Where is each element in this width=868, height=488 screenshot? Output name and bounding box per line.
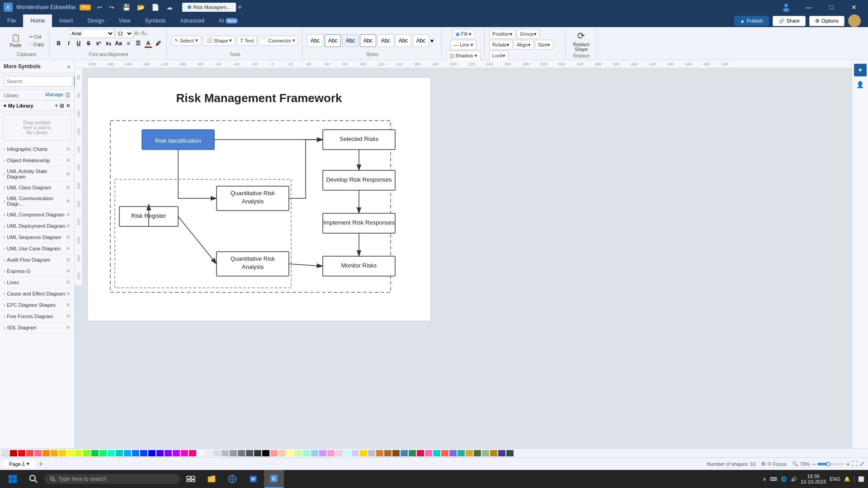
position-btn[interactable]: Position▾ [489, 29, 516, 39]
cat-epc[interactable]: ›EPC Diagram Shapes ✕ [0, 300, 74, 311]
redo-btn[interactable]: ↪ [106, 2, 117, 13]
font-decrease-btn[interactable]: A↓ [142, 30, 148, 37]
color-swatch-mint[interactable] [303, 450, 310, 456]
tab-home[interactable]: Home [23, 14, 52, 27]
bold-btn[interactable]: B [54, 39, 63, 48]
close-btn[interactable]: ✕ [844, 0, 864, 14]
cat-cause-effect-close[interactable]: ✕ [66, 291, 71, 297]
collapse-panel-btn[interactable]: « [67, 63, 71, 70]
tray-up-arrow[interactable]: ∧ [763, 476, 766, 482]
tab-advanced[interactable]: Advanced [173, 14, 212, 27]
superscript-btn[interactable]: x² [94, 39, 103, 48]
undo-btn[interactable]: ↩ [94, 2, 105, 13]
cat-infographic-close[interactable]: ✕ [66, 146, 71, 152]
my-library-add-btn[interactable]: + [55, 103, 58, 109]
tab-view[interactable]: View [112, 14, 138, 27]
color-swatch-lime1[interactable] [75, 450, 82, 456]
maximize-btn[interactable]: □ [821, 0, 842, 14]
line-btn[interactable]: — Line ▾ [450, 40, 476, 50]
color-swatch-crimson[interactable] [417, 450, 424, 456]
my-library-grid-btn[interactable]: ⊞ [60, 103, 64, 109]
user-avatar[interactable] [848, 14, 861, 27]
taskbar-browser[interactable] [222, 470, 242, 488]
color-swatch-aqua[interactable] [344, 450, 351, 456]
taskbar-file-explorer[interactable] [202, 470, 222, 488]
color-swatch-orange2[interactable] [51, 450, 58, 456]
color-swatch-teal2[interactable] [116, 450, 123, 456]
rotate-btn[interactable]: Rotate▾ [489, 40, 513, 50]
manage-btn[interactable]: Manage [45, 92, 63, 99]
color-swatch-dk-slate[interactable] [498, 450, 505, 456]
taskbar-word[interactable]: W [243, 470, 263, 488]
cat-uml-activity-close[interactable]: ✕ [66, 171, 71, 177]
color-swatch-teal1[interactable] [108, 450, 115, 456]
color-swatch-sea-green[interactable] [409, 450, 416, 456]
color-swatch-goldenrod[interactable] [466, 450, 473, 456]
paste-btn[interactable]: 📋 Paste [7, 32, 24, 49]
cat-uml-class-close[interactable]: ✕ [66, 184, 71, 191]
cat-sdl[interactable]: ›SDL Diagram ✕ [0, 322, 74, 333]
color-swatch-gray1[interactable] [205, 450, 212, 456]
color-swatch-purple1[interactable] [165, 450, 172, 456]
fit-page-btn[interactable]: ⛶ [852, 460, 858, 467]
color-swatch-lt-green[interactable] [295, 450, 302, 456]
color-swatch-blue3[interactable] [148, 450, 156, 456]
cloud-btn[interactable]: ☁ [164, 2, 175, 13]
style-abc-1[interactable]: Abc [307, 34, 323, 47]
color-swatch-red2[interactable] [18, 450, 25, 456]
size-btn[interactable]: Size▾ [535, 40, 553, 50]
color-swatch-orange1[interactable] [42, 450, 50, 456]
shape-btn[interactable]: ⬜ Shape ▾ [203, 36, 236, 46]
color-swatch-cyan1[interactable] [124, 450, 131, 456]
cat-uml-deployment-close[interactable]: ✕ [66, 223, 71, 229]
copy-btn[interactable]: 📄Copy [25, 41, 46, 48]
cat-uml-usecase[interactable]: ›UML Use Case Diagram ✕ [0, 243, 74, 254]
text-case-btn[interactable]: Aa [114, 39, 123, 48]
align-btn[interactable]: Align▾ [514, 40, 533, 50]
fullscreen-btn[interactable]: ⤢ [859, 460, 864, 467]
color-swatch-steel[interactable] [401, 450, 408, 456]
tab-insert[interactable]: Insert [52, 14, 80, 27]
language-indicator[interactable]: ENG [830, 476, 840, 482]
taskbar-search-bar[interactable] [44, 474, 180, 484]
cat-uml-usecase-close[interactable]: ✕ [66, 245, 71, 252]
color-swatch-dark-cyan[interactable] [433, 450, 440, 456]
color-swatch-gray2[interactable] [213, 450, 221, 456]
color-swatch-yellow1[interactable] [59, 450, 66, 456]
file-tab-title[interactable]: Risk Managem... [182, 3, 236, 12]
cat-uml-sequence-close[interactable]: ✕ [66, 234, 71, 240]
color-swatch-gray4[interactable] [230, 450, 237, 456]
cat-uml-activity[interactable]: ›UML Activity State Diagram ✕ [0, 166, 74, 182]
cat-uml-class[interactable]: ›UML Class Diagram ✕ [0, 182, 74, 193]
options-btn[interactable]: ⚙ Options [809, 16, 844, 26]
list2-btn[interactable]: ☰ [134, 39, 143, 48]
subscript-btn[interactable]: x₂ [104, 39, 113, 48]
color-swatch-tomato[interactable] [441, 450, 448, 456]
color-swatch-gray3[interactable] [222, 450, 229, 456]
cat-cause-effect[interactable]: ›Cause and Effect Diagram ✕ [0, 288, 74, 300]
color-swatch-dk-goldenrod[interactable] [490, 450, 497, 456]
underline-btn[interactable]: U [74, 39, 83, 48]
zoom-slider[interactable] [817, 463, 844, 465]
color-swatch-red3[interactable] [26, 450, 33, 456]
color-swatch-gold[interactable] [360, 450, 367, 456]
style-abc-7[interactable]: Abc [413, 34, 429, 47]
cat-five-forces-close[interactable]: ✕ [66, 313, 71, 319]
add-page-btn[interactable]: + [38, 460, 42, 468]
cat-uml-comm[interactable]: ›UML Communication Diagr... ✕ [0, 193, 74, 209]
text-btn[interactable]: T Text [237, 36, 257, 46]
italic-btn[interactable]: I [64, 39, 73, 48]
share-btn[interactable]: 🔗 Share [773, 16, 806, 26]
zoom-in-btn[interactable]: + [846, 460, 850, 468]
show-desktop-btn[interactable]: ⬜ [854, 476, 864, 482]
styles-more-btn[interactable]: ▾ [430, 37, 438, 44]
tab-ai[interactable]: AI Beta [212, 14, 245, 27]
style-abc-2[interactable]: Abc [325, 34, 341, 47]
symbol-search-input[interactable] [4, 76, 72, 87]
taskbar-search-input[interactable] [58, 476, 175, 482]
color-swatch-periwinkle[interactable] [352, 450, 359, 456]
color-swatch-rose[interactable] [335, 450, 343, 456]
color-swatch-gray6[interactable] [246, 450, 253, 456]
cat-uml-component-close[interactable]: ✕ [66, 211, 71, 218]
save-btn[interactable]: 💾 [121, 2, 132, 13]
